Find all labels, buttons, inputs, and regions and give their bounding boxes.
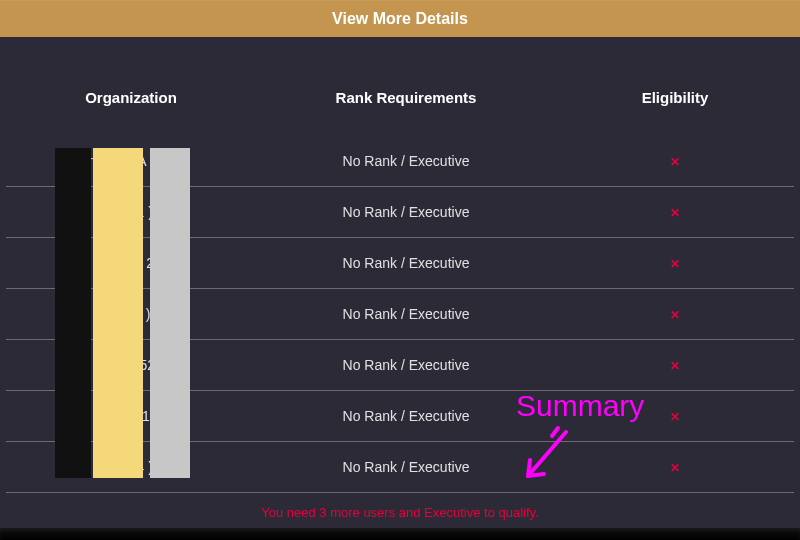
occlusion-bar-black [55,148,91,478]
rank-cell: No Rank / Executive [256,204,556,220]
rank-cell: No Rank / Executive [256,408,556,424]
elig-cell: ✕ [556,254,794,272]
elig-cell: ✕ [556,356,794,374]
elig-cell: ✕ [556,152,794,170]
header-title: View More Details [332,10,468,28]
elig-cell: ✕ [556,407,794,425]
column-header-eligibility: Eligibility [556,89,794,106]
rank-cell: No Rank / Executive [256,306,556,322]
rank-cell: No Rank / Executive [256,255,556,271]
x-icon: ✕ [670,359,680,373]
rank-cell: No Rank / Executive [256,357,556,373]
summary-message: You need 3 more users and Executive to q… [6,505,794,520]
occlusion-bar-gold [93,148,143,478]
column-header-rank: Rank Requirements [256,89,556,106]
x-icon: ✕ [670,206,680,220]
header-bar[interactable]: View More Details [0,0,800,37]
column-header-organization: Organization [6,89,256,106]
rank-cell: No Rank / Executive [256,153,556,169]
elig-cell: ✕ [556,458,794,476]
occlusion-bar-gray [150,148,190,478]
footer-strip [0,528,800,540]
rank-cell: No Rank / Executive [256,459,556,475]
x-icon: ✕ [670,257,680,271]
x-icon: ✕ [670,308,680,322]
x-icon: ✕ [670,461,680,475]
elig-cell: ✕ [556,305,794,323]
elig-cell: ✕ [556,203,794,221]
table-header-row: Organization Rank Requirements Eligibili… [6,89,794,106]
x-icon: ✕ [670,410,680,424]
x-icon: ✕ [670,155,680,169]
